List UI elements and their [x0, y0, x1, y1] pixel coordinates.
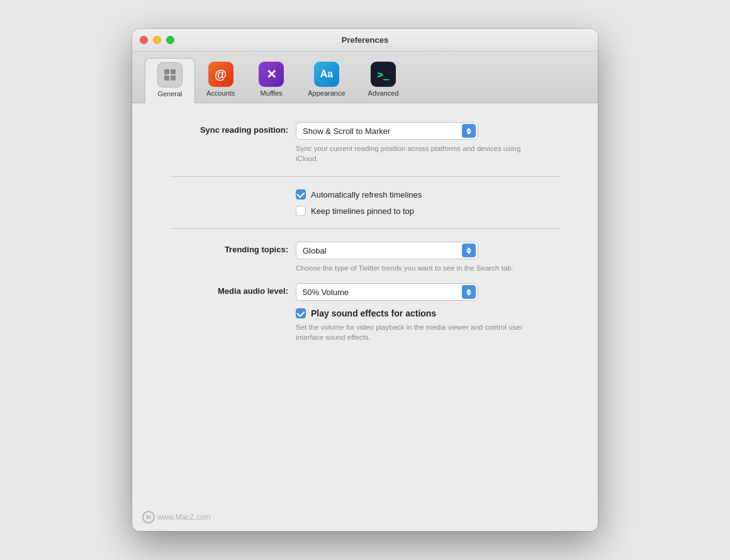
play-sound-checkbox[interactable]: [296, 308, 306, 318]
maximize-button[interactable]: [166, 36, 174, 44]
svg-rect-0: [164, 69, 169, 74]
play-sound-row: Play sound effects for actions: [296, 308, 560, 318]
sync-reading-content: Show & Scroll to Marker Show Marker Disa…: [296, 122, 560, 164]
tab-muffles[interactable]: ✕ Muffles: [246, 58, 296, 103]
checkbox-group: Automatically refresh timelines Keep tim…: [296, 189, 422, 216]
keep-pinned-row: Keep timelines pinned to top: [296, 206, 422, 216]
trending-topics-row: Trending topics: Global Local Disabled: [170, 242, 560, 273]
accounts-icon: @: [208, 62, 233, 87]
media-audio-row: Media audio level: 10% Volume 20% Volume…: [170, 283, 560, 342]
window-title: Preferences: [342, 35, 388, 45]
sync-reading-hint: Sync your current reading position acros…: [296, 143, 535, 164]
title-bar: Preferences: [132, 29, 598, 52]
traffic-lights: [140, 36, 174, 44]
media-hint: Set the volume for video playback in the…: [296, 322, 535, 342]
preferences-window: Preferences General @ Acc: [132, 29, 598, 531]
trending-topics-content: Global Local Disabled Choose the type of…: [296, 242, 560, 273]
trending-topics-hint: Choose the type of Twitter trends you wa…: [296, 263, 535, 273]
trending-topics-label: Trending topics:: [170, 242, 296, 254]
tab-appearance[interactable]: Aa Appearance: [296, 58, 356, 103]
watermark-text: www.MacZ.com: [157, 513, 211, 522]
auto-refresh-checkbox[interactable]: [296, 189, 306, 199]
general-icon: [157, 62, 182, 87]
svg-rect-3: [171, 76, 176, 81]
sync-reading-select-wrapper: Show & Scroll to Marker Show Marker Disa…: [296, 122, 478, 140]
divider-1: [170, 176, 560, 177]
sync-reading-select[interactable]: Show & Scroll to Marker Show Marker Disa…: [296, 122, 478, 140]
keep-pinned-checkbox[interactable]: [296, 206, 306, 216]
media-audio-select[interactable]: 10% Volume 20% Volume 30% Volume 40% Vol…: [296, 283, 478, 301]
media-audio-label: Media audio level:: [170, 283, 296, 296]
trending-topics-select-wrapper: Global Local Disabled: [296, 242, 478, 259]
tab-general[interactable]: General: [145, 58, 195, 103]
divider-2: [170, 228, 560, 229]
keep-pinned-label: Keep timelines pinned to top: [311, 206, 414, 216]
svg-rect-2: [164, 76, 169, 81]
media-audio-content: 10% Volume 20% Volume 30% Volume 40% Vol…: [296, 283, 560, 342]
sync-reading-row: Sync reading position: Show & Scroll to …: [170, 122, 560, 164]
auto-refresh-label: Automatically refresh timelines: [311, 190, 422, 199]
svg-rect-1: [171, 69, 176, 74]
advanced-tab-label: Advanced: [368, 89, 399, 97]
minimize-button[interactable]: [153, 36, 161, 44]
sync-reading-label: Sync reading position:: [170, 122, 296, 135]
trending-topics-select[interactable]: Global Local Disabled: [296, 242, 478, 259]
general-tab-label: General: [157, 90, 182, 98]
content-area: Sync reading position: Show & Scroll to …: [132, 103, 598, 531]
watermark-logo: M: [142, 511, 155, 524]
appearance-tab-label: Appearance: [308, 89, 345, 97]
appearance-icon: Aa: [314, 62, 339, 87]
muffles-icon: ✕: [259, 62, 284, 87]
checkbox-section: Automatically refresh timelines Keep tim…: [170, 189, 560, 216]
advanced-icon: >_: [371, 62, 396, 87]
play-sound-label: Play sound effects for actions: [311, 308, 436, 318]
accounts-tab-label: Accounts: [206, 89, 235, 97]
auto-refresh-row: Automatically refresh timelines: [296, 189, 422, 199]
close-button[interactable]: [140, 36, 148, 44]
tab-advanced[interactable]: >_ Advanced: [357, 58, 410, 103]
tab-accounts[interactable]: @ Accounts: [195, 58, 246, 103]
watermark: M www.MacZ.com: [142, 511, 211, 524]
muffles-tab-label: Muffles: [261, 89, 283, 97]
media-audio-select-wrapper: 10% Volume 20% Volume 30% Volume 40% Vol…: [296, 283, 478, 301]
toolbar: General @ Accounts ✕ Muffles Aa Appearan…: [132, 52, 598, 103]
